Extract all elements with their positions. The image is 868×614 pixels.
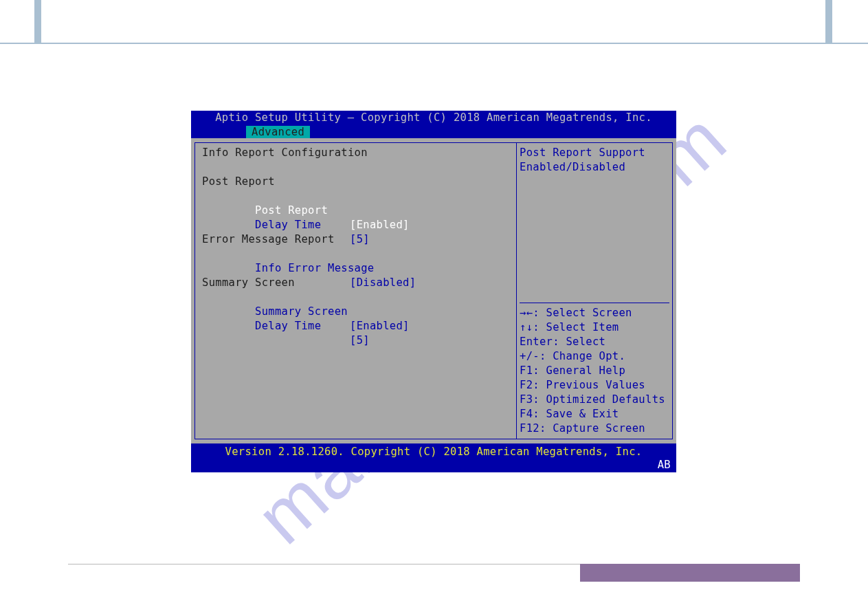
summary-screen-item[interactable]: Summary Screen [Enabled] <box>202 290 509 305</box>
key-general-help: F1: General Help <box>520 364 669 378</box>
summary-screen-value: [Enabled] <box>350 319 410 333</box>
delay-time-1-label: Delay Time <box>255 219 321 231</box>
bios-right-panel: Post Report Support Enabled/Disabled →←:… <box>516 142 673 439</box>
post-report-item[interactable]: Post Report [Enabled] <box>202 189 509 204</box>
key-select-screen: →←: Select Screen <box>520 306 669 320</box>
bios-header: Aptio Setup Utility – Copyright (C) 2018… <box>191 111 676 138</box>
bios-footer-tag: AB <box>658 459 671 471</box>
bios-footer: Version 2.18.1260. Copyright (C) 2018 Am… <box>191 443 676 472</box>
bios-left-panel: Info Report Configuration Post Report Po… <box>194 142 516 439</box>
help-text-block: Post Report Support Enabled/Disabled <box>520 146 669 175</box>
delay-time-2-value: [5] <box>350 333 370 348</box>
info-error-value: [Disabled] <box>350 276 416 290</box>
banner-divider <box>0 43 868 44</box>
page-footer-line <box>68 564 580 564</box>
banner-right-accent <box>825 0 832 44</box>
key-select-item: ↑↓: Select Item <box>520 320 669 335</box>
summary-screen-label: Summary Screen <box>255 305 348 318</box>
key-hints-block: →←: Select Screen ↑↓: Select Item Enter:… <box>520 301 669 436</box>
bios-tab-advanced[interactable]: Advanced <box>246 126 310 138</box>
help-line-2: Enabled/Disabled <box>520 160 669 175</box>
bios-body: Info Report Configuration Post Report Po… <box>191 138 676 443</box>
info-error-label: Info Error Message <box>255 262 374 274</box>
bios-screenshot: Aptio Setup Utility – Copyright (C) 2018… <box>191 111 676 472</box>
key-capture-screen: F12: Capture Screen <box>520 421 669 436</box>
info-error-item[interactable]: Info Error Message [Disabled] <box>202 247 509 261</box>
key-optimized-defaults: F3: Optimized Defaults <box>520 393 669 407</box>
post-report-header: Post Report <box>202 175 509 189</box>
page-footer-bar <box>580 564 800 582</box>
delay-time-1-value: [5] <box>350 232 370 247</box>
help-divider <box>520 303 669 303</box>
key-previous-values: F2: Previous Values <box>520 378 669 393</box>
key-change-opt: +/-: Change Opt. <box>520 349 669 364</box>
key-enter: Enter: Select <box>520 335 669 349</box>
blank-row <box>202 160 509 175</box>
bios-footer-text: Version 2.18.1260. Copyright (C) 2018 Am… <box>225 446 643 458</box>
delay-time-2-label: Delay Time <box>255 320 321 332</box>
post-report-value: [Enabled] <box>350 218 410 232</box>
help-line-1: Post Report Support <box>520 146 669 160</box>
page-header-banner <box>0 0 868 44</box>
post-report-label: Post Report <box>255 204 328 217</box>
key-save-exit: F4: Save & Exit <box>520 407 669 421</box>
bios-title: Aptio Setup Utility – Copyright (C) 2018… <box>191 111 676 124</box>
banner-left-accent <box>34 0 41 44</box>
section-heading: Info Report Configuration <box>202 146 509 160</box>
